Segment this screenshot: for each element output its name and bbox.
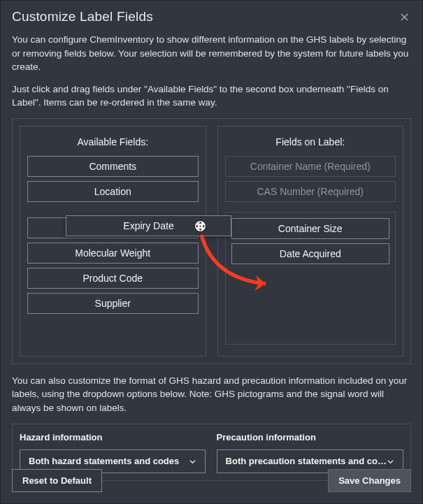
hazard-label: Hazard information — [20, 431, 206, 445]
lower-text: You can also customize the format of GHS… — [12, 374, 411, 415]
svg-point-1 — [200, 225, 201, 226]
fields-panel: Available Fields: Comments Location Mole… — [12, 118, 411, 364]
close-button[interactable] — [398, 12, 411, 22]
dialog-header: Customize Label Fields — [1, 1, 422, 26]
save-button[interactable]: Save Changes — [328, 469, 411, 492]
dialog-body: You can configure ChemInventory to show … — [1, 26, 422, 492]
field-comments[interactable]: Comments — [27, 156, 199, 177]
required-fields-list: Container Name (Required) CAS Number (Re… — [225, 156, 396, 202]
field-cas-number: CAS Number (Required) — [225, 181, 396, 202]
selected-fields-group[interactable]: Container Size Date Acquired — [225, 212, 396, 345]
move-cursor-icon — [194, 219, 207, 233]
available-fields-title: Available Fields: — [27, 135, 199, 149]
field-product-code[interactable]: Product Code — [27, 268, 199, 289]
customize-label-fields-dialog: Customize Label Fields You can configure… — [0, 0, 423, 504]
intro-text-1: You can configure ChemInventory to show … — [12, 33, 411, 74]
precaution-label: Precaution information — [217, 431, 403, 445]
fields-on-label-title: Fields on Label: — [225, 135, 396, 149]
intro-text-2: Just click and drag fields under "Availa… — [12, 82, 411, 110]
fields-on-label-column[interactable]: Fields on Label: Container Name (Require… — [217, 126, 404, 357]
field-container-size[interactable]: Container Size — [231, 218, 390, 239]
field-date-acquired[interactable]: Date Acquired — [231, 243, 390, 264]
available-fields-column[interactable]: Available Fields: Comments Location Mole… — [20, 126, 206, 357]
close-icon — [401, 13, 408, 21]
reset-button[interactable]: Reset to Default — [12, 469, 102, 492]
dialog-footer: Reset to Default Save Changes — [1, 459, 422, 503]
dialog-title: Customize Label Fields — [12, 9, 153, 24]
field-location[interactable]: Location — [27, 181, 199, 202]
columns-container: Available Fields: Comments Location Mole… — [20, 126, 403, 357]
field-container-name: Container Name (Required) — [225, 156, 396, 177]
field-molecular-weight[interactable]: Molecular Weight — [27, 243, 199, 264]
field-supplier[interactable]: Supplier — [27, 293, 199, 314]
